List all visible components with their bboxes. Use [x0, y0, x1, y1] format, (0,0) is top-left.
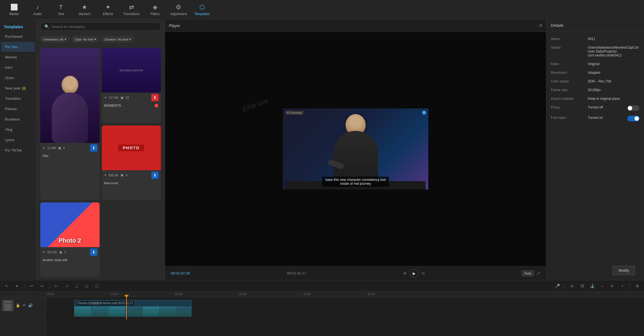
effects-icon: ✦ [105, 4, 111, 11]
views-icon: ✦ [104, 96, 107, 100]
filter-orientation[interactable]: Orientation: All ▾ [40, 36, 69, 42]
template-meta-tall: ✦ 11.6M ▣ 4 ⬇ [40, 143, 100, 153]
ruler-mark-1: 01:00 [111, 293, 117, 296]
template-card-new-trend[interactable]: PHOTO ✦ 695.5K ▣ 6 ⬇ New trend [102, 126, 161, 200]
track-lock-btn[interactable]: 🔒 [16, 303, 20, 307]
views-icon: ✦ [104, 173, 107, 177]
tl-shape-btn[interactable]: ⬠ [93, 282, 101, 290]
download-btn-tall[interactable]: ⬇ [90, 144, 97, 152]
template-title-mask: Another mask edit [40, 257, 100, 263]
tl-mic-btn[interactable]: 🎤 [553, 282, 561, 290]
download-btn-moments[interactable]: ⬇ [151, 94, 159, 101]
filter-bar: Orientation: All ▾ Clips: No limit ▾ Dur… [36, 34, 165, 45]
sidebar-item-fitness[interactable]: Fitness [1, 104, 35, 114]
sidebar-item-outro[interactable]: Outro [1, 73, 35, 83]
play-button[interactable]: ▶ [410, 269, 419, 278]
tl-divider-4 [630, 283, 630, 289]
tl-arrow-btn[interactable]: ↔ [598, 282, 606, 290]
toolbar-btn-templates[interactable]: ⬡ Templates [191, 1, 213, 18]
template-meta-new-trend: ✦ 695.5K ▣ 6 ⬇ [102, 170, 161, 180]
toolbar-btn-text[interactable]: T Text [50, 1, 72, 18]
total-time: 00:01:41:17 [287, 271, 306, 275]
detail-row-import: Import material: Keep in original place [551, 94, 640, 103]
sidebar-item-vlog[interactable]: Vlog [1, 125, 35, 134]
sidebar-item-new-year[interactable]: New year 👯 [1, 83, 35, 93]
detail-row-colorspace: Color space: SDR – Rec.709 [551, 77, 640, 86]
template-card-moments[interactable]: template preview ✦ 717.6K ▣ 52 ⬇ MOMENTS… [102, 48, 161, 123]
playhead[interactable] [126, 297, 127, 320]
download-btn-mask[interactable]: ⬇ [90, 249, 97, 256]
tl-dot-btn[interactable]: • [619, 282, 626, 290]
sidebar-section-title: Templates [0, 22, 36, 31]
tl-cursor-btn[interactable]: ↖ [3, 282, 11, 290]
tl-redo-btn[interactable]: ↪ [38, 282, 46, 290]
tl-delete-btn[interactable]: ⊥ [73, 282, 81, 290]
search-input-wrap[interactable]: 🔍 [40, 22, 161, 31]
toolbar-btn-adjustment[interactable]: ⚙ Adjustment [167, 1, 190, 18]
cover-thumb[interactable]: Cover [2, 300, 13, 311]
sidebar-item-intro[interactable]: Intro [1, 63, 35, 72]
sidebar-item-lyrics[interactable]: Lyrics [1, 135, 35, 145]
sidebar-item-business[interactable]: Business [1, 114, 35, 124]
toolbar-btn-effects[interactable]: ✦ Effects [97, 1, 119, 18]
detail-row-name: Name: 0411 [551, 35, 640, 43]
sidebar-item-transition[interactable]: Transition [1, 94, 35, 103]
grid-icon[interactable]: ⊞ [403, 271, 406, 275]
player-menu-btn[interactable]: ≡ [539, 23, 542, 29]
details-title: Details [551, 23, 564, 28]
tl-loop-btn[interactable]: ↻ [608, 282, 616, 290]
tl-settings-btn[interactable]: ⚙ [633, 282, 641, 290]
tl-magnet-btn[interactable]: ⇆ [568, 282, 576, 290]
template-card-mask[interactable]: Photo 2 ✦ 923.2K ▣ 2 ⬇ Another mask edit [40, 202, 100, 277]
tl-undo-btn[interactable]: ↩ [28, 282, 36, 290]
tl-split-btn[interactable]: ⊢ [53, 282, 60, 290]
proxy-toggle[interactable] [627, 105, 640, 111]
filter-duration[interactable]: Duration: No limit ▾ [102, 36, 134, 42]
player-header: Player ≡ [165, 20, 546, 32]
toolbar-btn-filters[interactable]: ◈ Filters [144, 1, 166, 18]
toolbar-btn-stickers[interactable]: ★ Stickers [73, 1, 96, 18]
ratio-button[interactable]: Ratio [522, 271, 534, 276]
timeline-ruler: 00:00 01:00 02:00 03:00 04:00 05:00 [46, 292, 644, 297]
ruler-mark-3: 03:00 [239, 293, 246, 296]
video-track[interactable]: Chinese 音视频翻译-before.mp4 00:01:41:17 [74, 300, 192, 317]
sidebar-item-purchased[interactable]: Purchased [1, 32, 35, 41]
main-layout: Templates Purchased For You Memes Intro … [0, 20, 644, 280]
toolbar-label-transitions: Transitions [123, 12, 140, 16]
tl-chevron-btn[interactable]: ▾ [13, 282, 21, 290]
detail-row-resolution: Resolution: Adapted [551, 68, 640, 77]
search-input[interactable] [51, 25, 157, 29]
sidebar-item-for-you[interactable]: For You [1, 42, 35, 52]
transitions-icon: ⇄ [129, 4, 134, 11]
cover-img [4, 304, 11, 311]
freelayer-toggle[interactable] [627, 116, 640, 121]
sidebar-item-memes[interactable]: Memes [1, 52, 35, 62]
player-title: Player [169, 23, 180, 28]
filter-clips[interactable]: Clips: No limit ▾ [72, 36, 99, 42]
download-btn-new-trend[interactable]: ⬇ [151, 172, 159, 179]
tl-anchor-btn[interactable]: ⚓ [588, 282, 596, 290]
track-eye-btn[interactable]: 👁 [22, 303, 26, 307]
tl-divider-1 [24, 283, 24, 289]
left-sidebar: Templates Purchased For You Memes Intro … [0, 20, 36, 280]
detail-row-framerate: Frame rate: 30.00fps [551, 86, 640, 94]
chevron-down-icon: ▾ [129, 37, 131, 41]
tl-square-btn[interactable]: ◻ [83, 282, 91, 290]
timeline-body: Cover 🔒 👁 🔊 00:00 01:00 02:00 03:00 04:0… [0, 292, 644, 336]
tl-link-btn[interactable]: ⛓ [578, 282, 586, 290]
tl-split2-btn[interactable]: ⊣ [63, 282, 70, 290]
toolbar-btn-transitions[interactable]: ⇄ Transitions [120, 1, 143, 18]
template-meta-moments: ✦ 717.6K ▣ 52 ⬇ [102, 93, 161, 103]
crop-icon[interactable]: ⊡ [422, 271, 425, 275]
toolbar-btn-audio[interactable]: ♪ Audio [26, 1, 49, 18]
video-frame: AI Generate base this new character cons… [283, 108, 428, 190]
sidebar-item-for-tiktok[interactable]: For TikTok [1, 145, 35, 155]
playhead-top [124, 295, 129, 298]
clips-icon: ▣ [59, 250, 62, 254]
fullscreen-icon[interactable]: ⤢ [537, 271, 540, 276]
track-audio-btn[interactable]: 🔊 [28, 303, 33, 307]
track-label: Chinese 音视频翻译-before.mp4 00:01:41:17 [76, 301, 134, 306]
template-card-tall[interactable]: ✦ 11.6M ▣ 4 ⬇ #fyp [40, 48, 100, 200]
toolbar-btn-media[interactable]: ⬜ Media [3, 1, 25, 18]
modify-button[interactable]: Modify [613, 266, 635, 275]
